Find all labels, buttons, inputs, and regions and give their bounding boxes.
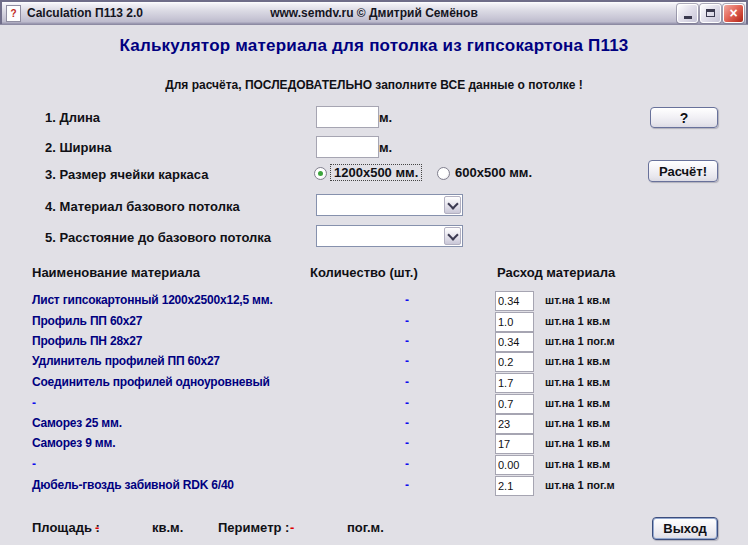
- quantity-value: -: [405, 396, 409, 410]
- quantity-value: -: [405, 416, 409, 430]
- rate-input[interactable]: [495, 394, 534, 414]
- rate-unit: шт.на 1 кв.м: [545, 437, 610, 449]
- table-row: Саморез 9 мм. - шт.на 1 кв.м: [0, 434, 748, 454]
- cell-size-radio-600x500-label[interactable]: 600x500 мм.: [455, 165, 532, 180]
- material-name: Удлинитель профилей ПП 60x27: [32, 354, 220, 368]
- base-distance-select[interactable]: [316, 225, 463, 247]
- minimize-button[interactable]: [677, 4, 698, 23]
- material-name: -: [32, 396, 36, 410]
- quantity-value: -: [405, 457, 409, 471]
- rate-input[interactable]: [495, 352, 534, 372]
- table-row: - - шт.на 1 кв.м: [0, 455, 748, 475]
- column-header-rate: Расход материала: [497, 265, 615, 280]
- base-material-value: [317, 195, 443, 215]
- rate-unit: шт.на 1 кв.м: [545, 355, 610, 367]
- area-label: Площадь :: [32, 520, 100, 535]
- chevron-down-icon: [447, 198, 458, 209]
- chevron-down-icon: [447, 229, 458, 240]
- rate-input[interactable]: [495, 332, 534, 352]
- material-name: Соединитель профилей одноуровневый: [32, 375, 270, 389]
- material-name: Профиль ПН 28x27: [32, 334, 142, 348]
- app-icon: ?: [6, 5, 21, 22]
- quantity-value: -: [405, 436, 409, 450]
- rate-unit: шт.на 1 кв.м: [545, 397, 610, 409]
- column-header-quantity: Количество (шт.): [310, 265, 418, 280]
- quantity-value: -: [405, 334, 409, 348]
- rate-input[interactable]: [495, 455, 534, 475]
- table-row: Удлинитель профилей ПП 60x27 - шт.на 1 к…: [0, 352, 748, 372]
- rate-unit: шт.на 1 пог.м: [545, 335, 615, 347]
- cell-size-radio-1200x500[interactable]: [314, 167, 327, 180]
- window-controls: ×: [677, 4, 745, 23]
- page-subtitle: Для расчёта, ПОСЛЕДОВАТЕЛЬНО заполните В…: [0, 78, 748, 92]
- application-window: ? Calculation П113 2.0 www.semdv.ru © Дм…: [0, 0, 748, 545]
- area-unit: кв.м.: [152, 520, 183, 535]
- table-row: Профиль ПН 28x27 - шт.на 1 пог.м: [0, 332, 748, 352]
- length-unit-label: м.: [379, 110, 392, 125]
- page-title: Калькулятор материала для потолка из гип…: [0, 36, 748, 56]
- material-name: Дюбель-гвоздь забивной RDK 6/40: [32, 478, 234, 492]
- material-name: Саморез 25 мм.: [32, 416, 122, 430]
- base-distance-label: 5. Расстояние до базового потолка: [45, 230, 271, 245]
- column-header-name: Наименование материала: [32, 265, 200, 280]
- length-label: 1. Длина: [45, 110, 100, 125]
- cell-size-label: 3. Размер ячейки каркаса: [45, 167, 208, 182]
- title-bar[interactable]: ? Calculation П113 2.0 www.semdv.ru © Дм…: [0, 0, 748, 25]
- exit-button[interactable]: Выход: [652, 517, 718, 540]
- quantity-value: -: [405, 354, 409, 368]
- table-row: Дюбель-гвоздь забивной RDK 6/40 - шт.на …: [0, 476, 748, 496]
- table-row: - - шт.на 1 кв.м: [0, 394, 748, 414]
- quantity-value: -: [405, 478, 409, 492]
- dropdown-arrow-button[interactable]: [444, 227, 461, 245]
- calculate-button[interactable]: Расчёт!: [648, 160, 718, 182]
- quantity-value: -: [405, 375, 409, 389]
- rate-unit: шт.на 1 кв.м: [545, 315, 610, 327]
- cell-size-radio-1200x500-label[interactable]: 1200x500 мм.: [330, 164, 422, 181]
- close-button[interactable]: ×: [723, 4, 744, 23]
- rate-input[interactable]: [495, 476, 534, 496]
- length-input[interactable]: [316, 106, 379, 128]
- rate-unit: шт.на 1 пог.м: [545, 479, 615, 491]
- rate-input[interactable]: [495, 291, 534, 311]
- perimeter-unit: пог.м.: [347, 520, 384, 535]
- width-input[interactable]: [316, 136, 379, 158]
- width-unit-label: м.: [379, 140, 392, 155]
- cell-size-radio-600x500[interactable]: [437, 167, 450, 180]
- table-row: Профиль ПП 60x27 - шт.на 1 кв.м: [0, 312, 748, 332]
- quantity-value: -: [405, 314, 409, 328]
- rate-unit: шт.на 1 кв.м: [545, 294, 610, 306]
- rate-unit: шт.на 1 кв.м: [545, 417, 610, 429]
- window-title-center: www.semdv.ru © Дмитрий Семёнов: [270, 6, 478, 20]
- perimeter-label: Периметр :: [218, 520, 289, 535]
- rate-input[interactable]: [495, 434, 534, 454]
- rate-unit: шт.на 1 кв.м: [545, 376, 610, 388]
- maximize-icon: [706, 9, 715, 17]
- material-name: Профиль ПП 60x27: [32, 314, 142, 328]
- help-button[interactable]: ?: [650, 107, 718, 128]
- material-name: Лист гипсокартонный 1200x2500x12,5 мм.: [32, 293, 273, 307]
- maximize-button[interactable]: [700, 4, 721, 23]
- area-value: -: [95, 520, 99, 535]
- quantity-value: -: [405, 293, 409, 307]
- base-material-select[interactable]: [316, 194, 463, 216]
- table-row: Лист гипсокартонный 1200x2500x12,5 мм. -…: [0, 291, 748, 311]
- perimeter-value: -: [290, 520, 294, 535]
- rate-input[interactable]: [495, 373, 534, 393]
- table-row: Соединитель профилей одноуровневый - шт.…: [0, 373, 748, 393]
- width-label: 2. Ширина: [45, 140, 112, 155]
- base-distance-value: [317, 226, 443, 246]
- rate-input[interactable]: [495, 414, 534, 434]
- window-title: Calculation П113 2.0: [27, 6, 143, 20]
- dropdown-arrow-button[interactable]: [444, 196, 461, 214]
- base-material-label: 4. Материал базового потолка: [45, 199, 240, 214]
- rate-input[interactable]: [495, 312, 534, 332]
- close-icon: ×: [729, 6, 737, 20]
- material-name: -: [32, 457, 36, 471]
- minimize-icon: [684, 16, 692, 19]
- table-row: Саморез 25 мм. - шт.на 1 кв.м: [0, 414, 748, 434]
- material-name: Саморез 9 мм.: [32, 436, 115, 450]
- rate-unit: шт.на 1 кв.м: [545, 458, 610, 470]
